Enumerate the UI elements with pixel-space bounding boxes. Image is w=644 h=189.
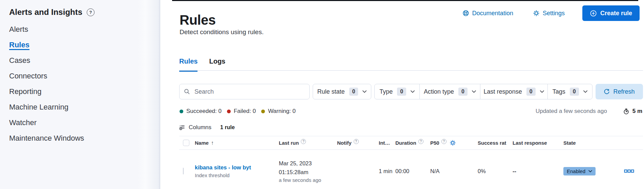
cell-state: Enabled xyxy=(563,167,615,175)
filter-tags-label: Tags xyxy=(553,88,565,95)
status-row: Succeeded: 0 Failed: 0 Warning: 0 Update… xyxy=(180,107,642,116)
interval-value: 1 min xyxy=(379,168,392,174)
last-run-time: 01:15:28am xyxy=(279,168,337,177)
column-header-notify: Notify ? xyxy=(337,140,379,146)
sidebar-item-reporting[interactable]: Reporting xyxy=(9,87,160,96)
help-icon[interactable]: ? xyxy=(87,8,95,16)
refresh-button[interactable]: Refresh xyxy=(596,84,643,99)
sidebar-item-watcher[interactable]: Watcher xyxy=(9,118,160,127)
select-all-checkbox[interactable] xyxy=(183,140,189,146)
run-status-summary: Succeeded: 0 Failed: 0 Warning: 0 xyxy=(180,108,298,115)
documentation-link[interactable]: Documentation xyxy=(460,9,515,17)
create-rule-button[interactable]: Create rule xyxy=(582,5,640,21)
column-header-last-response: Last response xyxy=(513,140,563,146)
info-icon[interactable]: ? xyxy=(301,139,306,144)
state-badge[interactable]: Enabled xyxy=(563,167,596,175)
filter-rule-state-label: Rule state xyxy=(317,88,345,95)
table-row: kibana sites - low byt Index threshold M… xyxy=(179,150,643,189)
filter-action-type[interactable]: Action type 0 xyxy=(419,84,480,99)
chevron-down-icon xyxy=(540,90,544,93)
row-actions-icon[interactable] xyxy=(624,169,634,173)
filter-rule-state-count: 0 xyxy=(349,88,358,96)
failed-dot xyxy=(227,110,231,113)
column-header-notify-label: Notify xyxy=(337,140,352,146)
filter-type-label: Type xyxy=(379,88,393,95)
search-icon xyxy=(184,89,190,95)
info-icon[interactable]: ? xyxy=(354,139,359,144)
timer-label: 5 m xyxy=(632,108,642,115)
filter-last-response-label: Last response xyxy=(484,88,522,95)
tab-divider xyxy=(179,70,643,71)
filter-action-type-label: Action type xyxy=(424,88,454,95)
columns-button[interactable]: Columns xyxy=(179,124,211,131)
rules-toolbar: Rule state 0 Type 0 Action type 0 xyxy=(179,84,643,99)
column-header-state: State xyxy=(563,140,615,146)
main-content: Rules Detect conditions using rules. Doc… xyxy=(160,0,644,189)
sidebar-nav: Alerts Rules Cases Connectors Reporting … xyxy=(9,25,160,143)
sidebar-item-alerts[interactable]: Alerts xyxy=(9,25,160,34)
state-badge-label: Enabled xyxy=(567,168,585,174)
last-run-date: Mar 25, 2023 xyxy=(279,159,337,168)
plus-circle-icon xyxy=(590,10,597,17)
info-icon[interactable]: ? xyxy=(441,139,446,144)
filter-action-type-count: 0 xyxy=(458,88,468,96)
column-header-duration: Duration ? xyxy=(395,140,430,146)
column-header-name[interactable]: Name ↑ xyxy=(195,140,279,146)
page-title: Rules xyxy=(180,13,215,28)
tab-logs[interactable]: Logs xyxy=(209,57,225,72)
filter-type[interactable]: Type 0 xyxy=(375,84,419,99)
chevron-down-icon xyxy=(411,90,415,93)
column-header-last-run: Last run ? xyxy=(279,140,337,146)
status-right: Updated a few seconds ago 5 m xyxy=(536,108,642,115)
percentile-settings-gear-icon[interactable] xyxy=(450,140,456,146)
refresh-label: Refresh xyxy=(613,88,635,95)
tab-rules[interactable]: Rules xyxy=(179,57,198,72)
column-header-duration-label: Duration xyxy=(395,140,416,146)
cell-last-run: Mar 25, 2023 01:15:28am a few seconds ag… xyxy=(279,159,337,183)
last-run-relative: a few seconds ago xyxy=(279,177,337,183)
row-checkbox[interactable] xyxy=(183,168,184,174)
cell-duration: 00:00 xyxy=(395,168,430,174)
documentation-label: Documentation xyxy=(472,10,513,17)
filter-last-response-count: 0 xyxy=(526,88,536,96)
sidebar-title: Alerts and Insights ? xyxy=(9,7,160,17)
settings-label: Settings xyxy=(543,10,565,17)
sidebar-item-maintenance-windows[interactable]: Maintenance Windows xyxy=(9,134,160,143)
sidebar-item-cases[interactable]: Cases xyxy=(9,56,160,65)
updated-text: Updated a few seconds ago xyxy=(536,108,607,115)
search-input[interactable] xyxy=(194,88,305,96)
cell-name: kibana sites - low byt Index threshold xyxy=(195,164,279,178)
column-header-success-rate-label: Success rat xyxy=(478,140,506,146)
auto-refresh-timer[interactable]: 5 m xyxy=(623,108,642,115)
page-subtitle: Detect conditions using rules. xyxy=(180,28,264,36)
filter-last-response[interactable]: Last response 0 xyxy=(480,84,547,99)
sidebar-item-machine-learning[interactable]: Machine Learning xyxy=(9,103,160,112)
column-header-last-response-label: Last response xyxy=(513,140,547,146)
columns-icon xyxy=(179,124,185,131)
column-header-last-run-label: Last run xyxy=(279,140,299,146)
documentation-icon xyxy=(462,10,469,17)
chevron-down-icon xyxy=(362,90,367,93)
sidebar: Alerts and Insights ? Alerts Rules Cases… xyxy=(0,0,160,189)
rule-name-link[interactable]: kibana sites - low byt xyxy=(195,164,251,170)
filter-tags[interactable]: Tags 0 xyxy=(547,84,592,99)
warning-dot xyxy=(261,110,265,113)
settings-link[interactable]: Settings xyxy=(531,9,567,17)
info-icon[interactable]: ? xyxy=(418,139,423,144)
column-header-p50-label: P50 xyxy=(430,140,439,146)
header-actions: Documentation Settings Create rule xyxy=(460,5,640,21)
sidebar-item-connectors[interactable]: Connectors xyxy=(9,72,160,81)
chevron-down-icon xyxy=(472,90,476,93)
column-header-name-label: Name xyxy=(195,140,209,146)
filter-type-count: 0 xyxy=(397,88,406,96)
refresh-icon xyxy=(604,89,610,95)
rule-type-label: Index threshold xyxy=(195,172,279,178)
sort-asc-icon: ↑ xyxy=(211,140,214,146)
filter-rule-state[interactable]: Rule state 0 xyxy=(313,84,371,99)
column-header-interval-label: Int… xyxy=(379,140,390,146)
sidebar-item-rules[interactable]: Rules xyxy=(9,41,160,50)
rule-count: 1 rule xyxy=(220,124,235,131)
cell-actions xyxy=(615,169,643,173)
top-border-line xyxy=(172,0,638,1)
create-rule-label: Create rule xyxy=(600,10,632,17)
